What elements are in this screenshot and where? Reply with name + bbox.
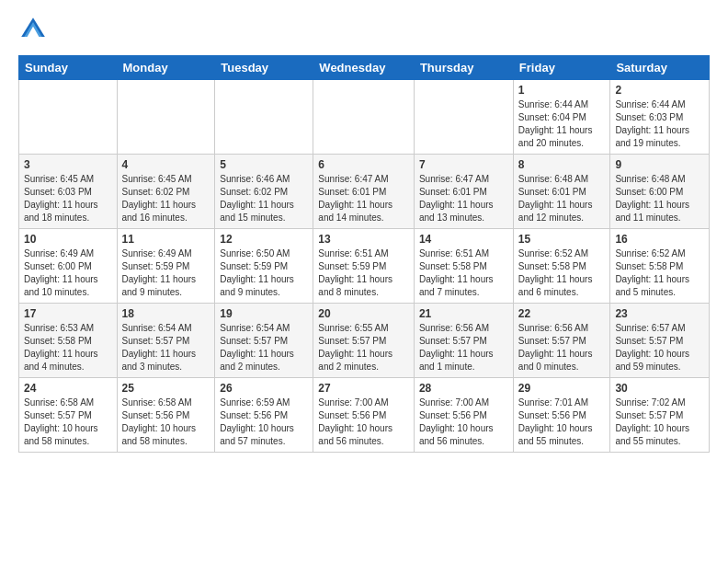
calendar-week-row: 1Sunrise: 6:44 AM Sunset: 6:04 PM Daylig…: [19, 80, 710, 155]
day-number: 16: [615, 233, 704, 246]
calendar-cell: 18Sunrise: 6:54 AM Sunset: 5:57 PM Dayli…: [117, 304, 215, 378]
day-number: 1: [518, 84, 606, 97]
header: [18, 15, 710, 44]
calendar-cell: 17Sunrise: 6:53 AM Sunset: 5:58 PM Dayli…: [19, 304, 118, 378]
day-info: Sunrise: 6:55 AM Sunset: 5:57 PM Dayligh…: [318, 322, 409, 373]
header-sunday: Sunday: [19, 56, 118, 80]
calendar-cell: 27Sunrise: 7:00 AM Sunset: 5:56 PM Dayli…: [313, 378, 415, 453]
calendar-cell: 15Sunrise: 6:52 AM Sunset: 5:58 PM Dayli…: [513, 229, 610, 304]
day-number: 29: [518, 382, 606, 395]
day-number: 27: [318, 382, 409, 395]
day-info: Sunrise: 6:50 AM Sunset: 5:59 PM Dayligh…: [220, 247, 308, 299]
calendar-cell: 3Sunrise: 6:45 AM Sunset: 6:03 PM Daylig…: [19, 155, 118, 229]
calendar-cell: 4Sunrise: 6:45 AM Sunset: 6:02 PM Daylig…: [117, 155, 215, 229]
calendar-table: Sunday Monday Tuesday Wednesday Thursday…: [18, 55, 710, 453]
calendar-week-row: 3Sunrise: 6:45 AM Sunset: 6:03 PM Daylig…: [19, 155, 710, 229]
calendar-cell: 19Sunrise: 6:54 AM Sunset: 5:57 PM Dayli…: [215, 304, 313, 378]
calendar-cell: 25Sunrise: 6:58 AM Sunset: 5:56 PM Dayli…: [117, 378, 215, 453]
day-info: Sunrise: 6:47 AM Sunset: 6:01 PM Dayligh…: [318, 173, 409, 224]
calendar-cell: 5Sunrise: 6:46 AM Sunset: 6:02 PM Daylig…: [215, 155, 313, 229]
day-info: Sunrise: 6:48 AM Sunset: 6:00 PM Dayligh…: [615, 173, 704, 224]
calendar-cell: 10Sunrise: 6:49 AM Sunset: 6:00 PM Dayli…: [19, 229, 118, 304]
header-saturday: Saturday: [610, 56, 710, 80]
day-number: 25: [122, 382, 210, 395]
calendar-cell: 26Sunrise: 6:59 AM Sunset: 5:56 PM Dayli…: [215, 378, 313, 453]
day-number: 30: [615, 382, 704, 395]
day-info: Sunrise: 6:58 AM Sunset: 5:56 PM Dayligh…: [122, 396, 210, 448]
calendar-cell: 23Sunrise: 6:57 AM Sunset: 5:57 PM Dayli…: [610, 304, 710, 378]
day-info: Sunrise: 6:52 AM Sunset: 5:58 PM Dayligh…: [615, 247, 704, 299]
day-info: Sunrise: 6:58 AM Sunset: 5:57 PM Dayligh…: [24, 396, 112, 448]
day-info: Sunrise: 6:45 AM Sunset: 6:02 PM Dayligh…: [122, 173, 210, 224]
day-info: Sunrise: 6:51 AM Sunset: 5:59 PM Dayligh…: [318, 247, 409, 299]
day-number: 9: [615, 158, 704, 171]
calendar-cell: 2Sunrise: 6:44 AM Sunset: 6:03 PM Daylig…: [610, 80, 710, 155]
day-info: Sunrise: 7:01 AM Sunset: 5:56 PM Dayligh…: [518, 396, 606, 448]
calendar-cell: 12Sunrise: 6:50 AM Sunset: 5:59 PM Dayli…: [215, 229, 313, 304]
day-info: Sunrise: 6:54 AM Sunset: 5:57 PM Dayligh…: [220, 322, 308, 373]
calendar-cell: 30Sunrise: 7:02 AM Sunset: 5:57 PM Dayli…: [610, 378, 710, 453]
calendar-cell: [313, 80, 415, 155]
day-info: Sunrise: 6:44 AM Sunset: 6:03 PM Dayligh…: [615, 98, 704, 150]
day-info: Sunrise: 7:00 AM Sunset: 5:56 PM Dayligh…: [419, 396, 508, 448]
day-number: 20: [318, 307, 409, 320]
day-number: 28: [419, 382, 508, 395]
day-number: 14: [419, 233, 508, 246]
day-number: 4: [122, 158, 210, 171]
day-info: Sunrise: 6:46 AM Sunset: 6:02 PM Dayligh…: [220, 173, 308, 224]
calendar-cell: 13Sunrise: 6:51 AM Sunset: 5:59 PM Dayli…: [313, 229, 415, 304]
calendar-cell: [19, 80, 118, 155]
day-number: 3: [24, 158, 112, 171]
calendar-week-row: 24Sunrise: 6:58 AM Sunset: 5:57 PM Dayli…: [19, 378, 710, 453]
calendar-cell: 8Sunrise: 6:48 AM Sunset: 6:01 PM Daylig…: [513, 155, 610, 229]
calendar-cell: 14Sunrise: 6:51 AM Sunset: 5:58 PM Dayli…: [414, 229, 513, 304]
day-info: Sunrise: 6:49 AM Sunset: 5:59 PM Dayligh…: [122, 247, 210, 299]
day-info: Sunrise: 6:57 AM Sunset: 5:57 PM Dayligh…: [615, 322, 704, 373]
day-number: 18: [122, 307, 210, 320]
calendar-cell: 29Sunrise: 7:01 AM Sunset: 5:56 PM Dayli…: [513, 378, 610, 453]
day-number: 24: [24, 382, 112, 395]
day-info: Sunrise: 6:47 AM Sunset: 6:01 PM Dayligh…: [419, 173, 508, 224]
day-info: Sunrise: 7:00 AM Sunset: 5:56 PM Dayligh…: [318, 396, 409, 448]
calendar-cell: 20Sunrise: 6:55 AM Sunset: 5:57 PM Dayli…: [313, 304, 415, 378]
header-tuesday: Tuesday: [215, 56, 313, 80]
day-number: 13: [318, 233, 409, 246]
calendar-cell: 9Sunrise: 6:48 AM Sunset: 6:00 PM Daylig…: [610, 155, 710, 229]
day-info: Sunrise: 6:56 AM Sunset: 5:57 PM Dayligh…: [518, 322, 606, 373]
calendar-cell: 7Sunrise: 6:47 AM Sunset: 6:01 PM Daylig…: [414, 155, 513, 229]
calendar-cell: [117, 80, 215, 155]
day-number: 8: [518, 158, 606, 171]
day-number: 22: [518, 307, 606, 320]
day-info: Sunrise: 6:56 AM Sunset: 5:57 PM Dayligh…: [419, 322, 508, 373]
calendar-week-row: 10Sunrise: 6:49 AM Sunset: 6:00 PM Dayli…: [19, 229, 710, 304]
logo-icon: [18, 15, 48, 44]
day-number: 12: [220, 233, 308, 246]
day-number: 23: [615, 307, 704, 320]
day-info: Sunrise: 7:02 AM Sunset: 5:57 PM Dayligh…: [615, 396, 704, 448]
day-number: 7: [419, 158, 508, 171]
weekday-header-row: Sunday Monday Tuesday Wednesday Thursday…: [19, 56, 710, 80]
day-number: 17: [24, 307, 112, 320]
calendar-cell: 22Sunrise: 6:56 AM Sunset: 5:57 PM Dayli…: [513, 304, 610, 378]
header-monday: Monday: [117, 56, 215, 80]
day-info: Sunrise: 6:49 AM Sunset: 6:00 PM Dayligh…: [24, 247, 112, 299]
day-info: Sunrise: 6:53 AM Sunset: 5:58 PM Dayligh…: [24, 322, 112, 373]
day-number: 21: [419, 307, 508, 320]
day-number: 6: [318, 158, 409, 171]
day-info: Sunrise: 6:44 AM Sunset: 6:04 PM Dayligh…: [518, 98, 606, 150]
day-number: 2: [615, 84, 704, 97]
calendar-cell: [215, 80, 313, 155]
header-thursday: Thursday: [414, 56, 513, 80]
day-info: Sunrise: 6:59 AM Sunset: 5:56 PM Dayligh…: [220, 396, 308, 448]
day-number: 19: [220, 307, 308, 320]
day-info: Sunrise: 6:52 AM Sunset: 5:58 PM Dayligh…: [518, 247, 606, 299]
calendar-cell: 24Sunrise: 6:58 AM Sunset: 5:57 PM Dayli…: [19, 378, 118, 453]
calendar-cell: 6Sunrise: 6:47 AM Sunset: 6:01 PM Daylig…: [313, 155, 415, 229]
header-wednesday: Wednesday: [313, 56, 415, 80]
day-number: 15: [518, 233, 606, 246]
calendar-cell: 28Sunrise: 7:00 AM Sunset: 5:56 PM Dayli…: [414, 378, 513, 453]
page: Sunday Monday Tuesday Wednesday Thursday…: [0, 0, 728, 467]
header-friday: Friday: [513, 56, 610, 80]
calendar-cell: 16Sunrise: 6:52 AM Sunset: 5:58 PM Dayli…: [610, 229, 710, 304]
day-number: 5: [220, 158, 308, 171]
